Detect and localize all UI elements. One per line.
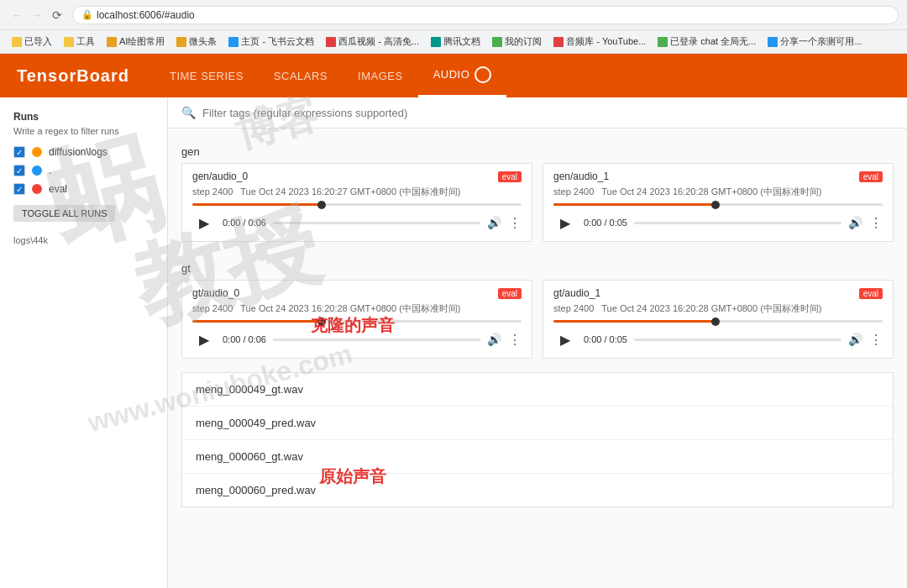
- bookmark-label: 我的订阅: [505, 35, 542, 48]
- audio-slider-gen-0[interactable]: [273, 222, 480, 224]
- progress-gen-0[interactable]: [192, 203, 522, 206]
- nav-buttons: ← → ⟳: [8, 7, 66, 24]
- audio-card-gen-0: gen/audio_0 eval step 2400 Tue Oct 24 20…: [181, 163, 532, 242]
- progress-fill-gen-0: [192, 203, 324, 206]
- audio-meta-gen-0: step 2400 Tue Oct 24 2023 16:20:27 GMT+0…: [192, 186, 522, 198]
- run-dot-diffusion: [32, 147, 42, 157]
- file-item-3[interactable]: meng_000060_pred.wav: [182, 474, 893, 507]
- run-checkbox-diffusion[interactable]: [13, 146, 25, 158]
- volume-button-gen-0[interactable]: 🔊: [487, 216, 501, 229]
- nav-scalars[interactable]: SCALARS: [259, 54, 343, 97]
- audio-meta-gt-0: step 2400 Tue Oct 24 2023 16:20:28 GMT+0…: [192, 302, 522, 315]
- bookmark-item[interactable]: 微头条: [173, 34, 220, 50]
- time-display-gen-1: 0:00 / 0:05: [584, 218, 627, 228]
- toggle-all-button[interactable]: TOGGLE ALL RUNS: [13, 205, 115, 222]
- audio-slider-gen-1[interactable]: [634, 222, 841, 224]
- audio-controls-gen-0: ▶ 0:00 / 0:06 🔊 ⋮: [192, 211, 522, 234]
- bookmark-item[interactable]: AI绘图常用: [103, 34, 168, 50]
- lock-icon: 🔒: [81, 9, 93, 20]
- progress-dot-gen-0: [317, 201, 326, 209]
- audio-grid-gt: gt/audio_0 eval step 2400 Tue Oct 24 202…: [181, 280, 894, 359]
- progress-fill-gt-1: [553, 320, 718, 323]
- audio-meta-gen-1: step 2400 Tue Oct 24 2023 16:20:28 GMT+0…: [553, 186, 883, 198]
- audio-slider-gt-0[interactable]: [273, 339, 480, 341]
- play-button-gen-0[interactable]: ▶: [192, 211, 216, 234]
- run-item-eval[interactable]: eval: [0, 180, 167, 198]
- bookmark-label: 音频库 - YouTube...: [566, 35, 646, 48]
- run-item-diffusion[interactable]: diffusion\logs: [0, 143, 167, 161]
- main-area: Runs Write a regex to filter runs diffus…: [0, 97, 907, 588]
- file-item-1[interactable]: meng_000049_pred.wav: [182, 407, 893, 440]
- bookmark-item[interactable]: 工具: [60, 34, 98, 50]
- bookmark-item[interactable]: 已导入: [8, 34, 55, 50]
- time-gt-1: Tue Oct 24 2023 16:20:28 GMT+0800 (中国标准时…: [601, 303, 821, 313]
- file-item-0[interactable]: meng_000049_gt.wav: [182, 373, 893, 407]
- eval-badge-gen-1: eval: [859, 171, 883, 182]
- bookmark-item[interactable]: 腾讯文档: [427, 34, 484, 50]
- runs-subtitle: Write a regex to filter runs: [0, 124, 167, 143]
- more-button-gt-0[interactable]: ⋮: [508, 332, 522, 348]
- run-label-diffusion: diffusion\logs: [49, 146, 107, 158]
- step-gen-0: step 2400: [192, 186, 233, 197]
- bookmark-item[interactable]: 我的订阅: [489, 34, 545, 50]
- bookmark-label: 腾讯文档: [443, 35, 480, 48]
- app-logo: TensorBoard: [17, 66, 129, 86]
- filter-input[interactable]: [202, 107, 894, 119]
- address-text: localhost:6006/#audio: [97, 9, 195, 21]
- audio-card-header-gt-1: gt/audio_1 eval: [553, 287, 883, 299]
- bookmark-label: 分享一个亲测可用...: [780, 35, 862, 48]
- back-button[interactable]: ←: [8, 7, 25, 24]
- section-gen-label: gen: [181, 139, 894, 163]
- bookmark-item[interactable]: 音频库 - YouTube...: [550, 34, 649, 50]
- step-gt-0: step 2400: [192, 303, 233, 313]
- runs-title: Runs: [0, 108, 167, 124]
- bookmark-item[interactable]: 已登录 chat 全局无...: [654, 34, 759, 50]
- step-gen-1: step 2400: [553, 186, 594, 197]
- play-button-gt-0[interactable]: ▶: [192, 328, 216, 351]
- progress-gt-0[interactable]: [192, 320, 522, 323]
- progress-fill-gen-1: [553, 203, 718, 206]
- nav-audio[interactable]: AUDIO: [418, 54, 507, 97]
- more-button-gen-0[interactable]: ⋮: [508, 215, 522, 231]
- audio-controls-gen-1: ▶ 0:00 / 0:05 🔊 ⋮: [553, 211, 883, 234]
- file-list: meng_000049_gt.wav meng_000049_pred.wav …: [181, 372, 894, 507]
- run-item-dot[interactable]: .: [0, 161, 167, 180]
- bookmark-item[interactable]: 主页 - 飞书云文档: [225, 34, 317, 50]
- play-button-gt-1[interactable]: ▶: [553, 328, 577, 351]
- run-checkbox-dot[interactable]: [13, 165, 25, 176]
- file-item-2[interactable]: meng_000060_gt.wav: [182, 440, 893, 474]
- audio-card-header-gt-0: gt/audio_0 eval: [192, 287, 522, 299]
- run-checkbox-eval[interactable]: [13, 183, 25, 195]
- audio-title-gt-0: gt/audio_0: [192, 287, 239, 299]
- bookmark-item[interactable]: 分享一个亲测可用...: [764, 34, 865, 50]
- audio-title-gen-0: gen/audio_0: [192, 171, 248, 182]
- nav-time-series[interactable]: TIME SERIES: [155, 54, 259, 97]
- time-display-gt-0: 0:00 / 0:06: [223, 334, 266, 344]
- bookmark-label: 已登录 chat 全局无...: [670, 35, 756, 48]
- address-bar[interactable]: 🔒 localhost:6006/#audio: [72, 6, 899, 24]
- step-gt-1: step 2400: [553, 303, 594, 313]
- nav-images[interactable]: IMAGES: [343, 54, 418, 97]
- more-button-gt-1[interactable]: ⋮: [869, 332, 883, 348]
- bookmark-label: AI绘图常用: [119, 35, 165, 48]
- volume-button-gen-1[interactable]: 🔊: [848, 216, 862, 229]
- bookmark-icon: [176, 37, 186, 47]
- reload-button[interactable]: ⟳: [49, 7, 66, 24]
- audio-card-header-gen-1: gen/audio_1 eval: [553, 171, 883, 182]
- volume-button-gt-1[interactable]: 🔊: [848, 333, 862, 346]
- audio-slider-gt-1[interactable]: [634, 339, 841, 341]
- filter-bar: 🔍: [168, 97, 907, 129]
- progress-gt-1[interactable]: [553, 320, 883, 323]
- forward-button[interactable]: →: [29, 7, 45, 24]
- bookmark-icon: [107, 37, 117, 47]
- volume-button-gt-0[interactable]: 🔊: [487, 333, 501, 346]
- bookmark-item[interactable]: 西瓜视频 - 高清免...: [322, 34, 422, 50]
- sidebar: Runs Write a regex to filter runs diffus…: [0, 97, 168, 588]
- more-button-gen-1[interactable]: ⋮: [869, 215, 883, 231]
- audio-card-gen-1: gen/audio_1 eval step 2400 Tue Oct 24 20…: [543, 163, 894, 242]
- play-button-gen-1[interactable]: ▶: [553, 211, 577, 234]
- progress-gen-1[interactable]: [553, 203, 883, 206]
- audio-card-gt-1: gt/audio_1 eval step 2400 Tue Oct 24 202…: [543, 280, 894, 359]
- progress-dot-gt-1: [711, 318, 720, 326]
- browser-bar: ← → ⟳ 🔒 localhost:6006/#audio: [0, 0, 907, 30]
